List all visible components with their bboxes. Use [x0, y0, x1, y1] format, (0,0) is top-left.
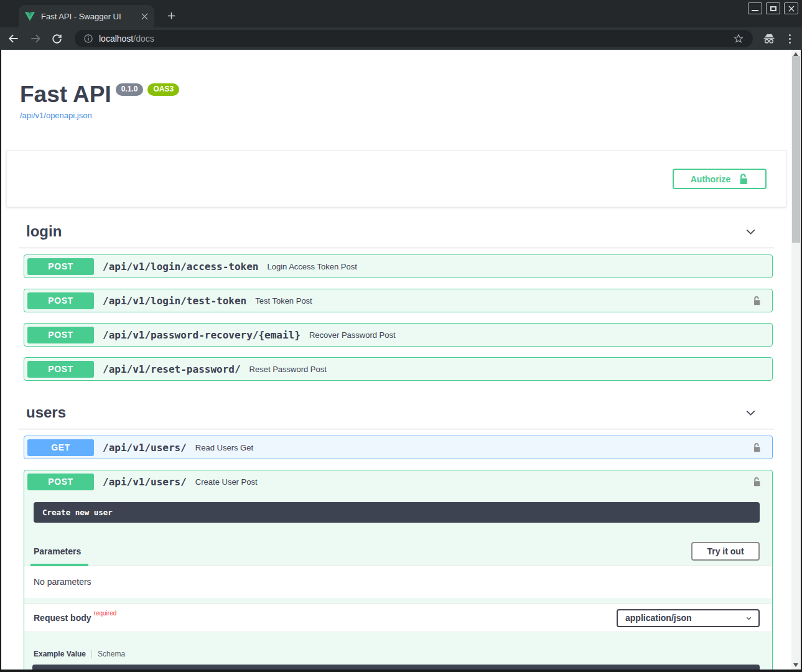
endpoint-summary: Create User Post [195, 477, 258, 487]
window-controls [748, 2, 798, 14]
close-button[interactable] [784, 2, 798, 14]
version-badge: 0.1.0 [116, 83, 144, 96]
method-badge: POST [27, 361, 94, 378]
section-login-header[interactable]: login [19, 207, 774, 248]
address-bar[interactable]: localhost/docs [75, 30, 753, 47]
api-info: Fast API 0.1.0 OAS3 /api/v1/openapi.json [1, 50, 791, 121]
page-title: Fast API [20, 83, 111, 106]
reload-button-icon[interactable] [51, 33, 63, 45]
tab-close-icon[interactable] [141, 13, 148, 20]
page-scrollbar[interactable] [791, 50, 801, 670]
parameters-tab[interactable]: Parameters [34, 546, 81, 556]
authorize-label: Authorize [691, 174, 731, 184]
url-path: /docs [133, 34, 154, 44]
request-body-section: Request bodyrequired application/json [24, 604, 772, 632]
method-badge: POST [27, 474, 94, 490]
incognito-icon [762, 32, 776, 45]
chevron-down-icon[interactable] [744, 406, 757, 419]
tab-title: Fast API - Swagger UI [41, 12, 135, 21]
endpoint-password-recovery[interactable]: POST /api/v1/password-recovery/{email} R… [24, 323, 773, 347]
section-users-header[interactable]: users [19, 391, 774, 429]
endpoint-create-user: POST /api/v1/users/ Create User Post Cre… [24, 470, 773, 670]
method-badge: POST [27, 327, 94, 343]
endpoint-summary: Login Access Token Post [267, 262, 357, 271]
back-button-icon[interactable] [7, 32, 20, 45]
tab-divider [91, 650, 92, 658]
endpoint-summary: Test Token Post [255, 296, 312, 306]
site-info-icon[interactable] [83, 34, 93, 44]
spacer [24, 598, 772, 604]
tab-example-value[interactable]: Example Value [34, 650, 86, 658]
request-body-label: Request body [34, 613, 91, 623]
scroll-down-arrow[interactable] [793, 663, 798, 667]
content-type-value: application/json [625, 613, 692, 623]
endpoint-reset-password[interactable]: POST /api/v1/reset-password/ Reset Passw… [24, 357, 773, 381]
lock-icon[interactable] [753, 296, 761, 306]
maximize-button[interactable] [766, 2, 780, 14]
endpoint-create-user-header[interactable]: POST /api/v1/users/ Create User Post [24, 470, 772, 493]
browser-toolbar: localhost/docs [0, 27, 802, 50]
lock-icon[interactable] [753, 442, 761, 453]
method-badge: POST [27, 292, 94, 309]
url-host: localhost [99, 34, 133, 44]
lock-icon[interactable] [753, 477, 761, 487]
forward-button-icon[interactable] [29, 32, 42, 45]
swagger-page: Fast API 0.1.0 OAS3 /api/v1/openapi.json… [1, 50, 791, 670]
unlock-icon [739, 173, 748, 185]
openapi-spec-link[interactable]: /api/v1/openapi.json [20, 111, 92, 120]
browser-window: Fast API - Swagger UI [0, 0, 802, 672]
section-login: login POST /api/v1/login/access-token Lo… [19, 207, 774, 381]
content-type-select[interactable]: application/json [617, 609, 760, 627]
url-text: localhost/docs [99, 34, 154, 44]
endpoint-path: /api/v1/users/ [103, 442, 187, 454]
scrollbar-thumb[interactable] [792, 56, 800, 243]
fastapi-favicon-icon [25, 12, 35, 21]
minimize-button[interactable] [748, 2, 762, 14]
endpoint-summary: Reset Password Post [249, 365, 327, 374]
endpoint-path: /api/v1/password-recovery/{email} [103, 329, 301, 341]
example-code-block: { [32, 665, 760, 670]
section-title: login [26, 223, 62, 240]
parameters-header: Parameters Try it out [24, 537, 772, 566]
tab-schema[interactable]: Schema [98, 650, 125, 658]
example-tabs: Example Value Schema [34, 650, 772, 658]
method-badge: GET [27, 439, 94, 456]
active-tab-underline [30, 564, 88, 566]
endpoint-body: Create new user Parameters Try it out No… [24, 502, 772, 670]
endpoint-path: /api/v1/login/test-token [103, 295, 246, 307]
scheme-container: Authorize [6, 150, 786, 207]
new-tab-button[interactable] [163, 7, 179, 24]
endpoint-login-test-token[interactable]: POST /api/v1/login/test-token Test Token… [24, 289, 773, 312]
endpoint-login-access-token[interactable]: POST /api/v1/login/access-token Login Ac… [24, 254, 773, 278]
endpoint-summary: Read Users Get [195, 443, 253, 452]
section-title: users [26, 404, 66, 421]
no-parameters-text: No parameters [24, 566, 772, 598]
endpoint-read-users[interactable]: GET /api/v1/users/ Read Users Get [24, 436, 773, 459]
authorize-button[interactable]: Authorize [673, 169, 767, 189]
titlebar: Fast API - Swagger UI [0, 0, 802, 27]
chevron-down-icon[interactable] [744, 225, 757, 238]
required-label: required [94, 610, 117, 617]
bookmark-star-icon[interactable] [733, 33, 744, 44]
oas3-badge: OAS3 [147, 83, 179, 96]
section-users: users GET /api/v1/users/ Read Users Get [19, 391, 774, 670]
endpoint-path: /api/v1/login/access-token [103, 261, 258, 273]
method-badge: POST [27, 258, 94, 275]
browser-menu-icon[interactable] [785, 34, 795, 44]
endpoint-summary: Recover Password Post [309, 330, 396, 340]
browser-tab[interactable]: Fast API - Swagger UI [19, 5, 154, 27]
endpoint-path: /api/v1/reset-password/ [103, 363, 241, 375]
select-chevron-icon [745, 614, 753, 622]
endpoint-path: /api/v1/users/ [103, 476, 187, 488]
try-it-out-button[interactable]: Try it out [691, 542, 760, 561]
endpoint-description: Create new user [34, 502, 760, 523]
